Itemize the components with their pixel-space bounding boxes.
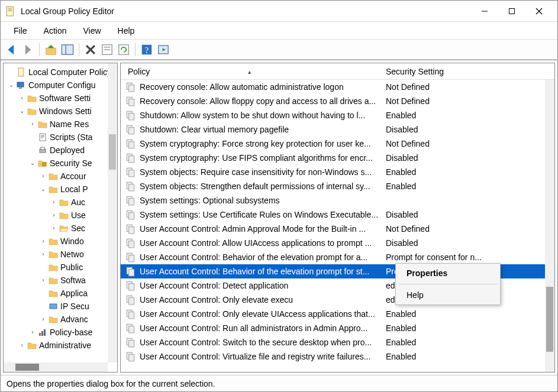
tree-item[interactable]: Deployed	[5, 144, 117, 157]
tree-item[interactable]: ›Sec	[5, 222, 117, 235]
policy-row[interactable]: User Account Control: Run all administra…	[121, 321, 554, 335]
chevron-down-icon[interactable]: ⌄	[28, 159, 37, 167]
delete-button[interactable]	[83, 43, 98, 57]
tree-item[interactable]: Applica	[5, 287, 117, 300]
policy-row[interactable]: Shutdown: Allow system to be shut down w…	[121, 108, 554, 122]
policy-row[interactable]: User Account Control: Behavior of the el…	[121, 250, 554, 264]
tree-item[interactable]: ⌄Computer Configu	[5, 79, 117, 92]
svg-rect-27	[50, 304, 57, 309]
tree-item[interactable]: Local Computer Policy	[5, 66, 117, 79]
menu-file[interactable]: File	[5, 24, 36, 38]
column-header-setting[interactable]: Security Setting	[382, 67, 554, 76]
policy-row[interactable]: System objects: Strengthen default permi…	[121, 179, 554, 193]
tree-item[interactable]: ›Windo	[5, 235, 117, 248]
chevron-right-icon[interactable]: ›	[39, 172, 47, 180]
tree-vertical-scrollbar[interactable]	[108, 63, 117, 362]
policy-icon	[125, 337, 136, 348]
tree-item-label: Windo	[60, 235, 84, 248]
chevron-right-icon[interactable]: ›	[28, 328, 37, 336]
chevron-down-icon[interactable]: ⌄	[7, 81, 15, 89]
folder-icon	[49, 289, 58, 298]
tree-item[interactable]: IP Secu	[5, 300, 117, 313]
chevron-right-icon[interactable]: ›	[18, 341, 26, 349]
minimize-button[interactable]	[471, 2, 498, 21]
chevron-right-icon[interactable]: ›	[39, 276, 47, 284]
policy-row[interactable]: System settings: Optional subsystems	[121, 193, 554, 208]
chevron-right-icon[interactable]: ›	[39, 315, 47, 323]
chevron-down-icon[interactable]: ⌄	[18, 107, 26, 115]
up-button[interactable]	[44, 43, 58, 57]
chevron-right-icon[interactable]: ›	[39, 250, 47, 258]
tree-item[interactable]: Public	[5, 261, 117, 274]
chevron-right-icon[interactable]: ›	[18, 94, 26, 102]
tree-item[interactable]: ›Softwa	[5, 274, 117, 287]
export-button[interactable]	[156, 43, 170, 57]
policy-name: System settings: Use Certificate Rules o…	[140, 210, 382, 219]
tree-item[interactable]: ›Name Res	[5, 118, 117, 131]
tree-item[interactable]: ›Advanc	[5, 313, 117, 326]
policy-row[interactable]: System settings: Use Certificate Rules o…	[121, 208, 554, 222]
tree-pane[interactable]: Local Computer Policy⌄Computer Configu›S…	[3, 63, 118, 372]
chevron-right-icon[interactable]: ›	[50, 211, 58, 219]
chevron-right-icon[interactable]: ›	[39, 237, 47, 245]
doc-icon	[17, 67, 26, 77]
tree-item[interactable]: ›Policy-base	[5, 326, 117, 339]
policy-row[interactable]: System objects: Require case insensitivi…	[121, 165, 554, 179]
menu-view[interactable]: View	[75, 24, 109, 38]
tree-item[interactable]: ⌄Security Se	[5, 157, 117, 170]
policy-row[interactable]: User Account Control: Switch to the secu…	[121, 335, 554, 349]
tree-item[interactable]: ›Accour	[5, 170, 117, 183]
help-button[interactable]: ?	[140, 43, 154, 57]
tree-item[interactable]: ⌄Windows Setti	[5, 105, 117, 118]
tree-item[interactable]: ›Software Setti	[5, 92, 117, 105]
list-vertical-scrollbar[interactable]	[545, 80, 554, 372]
folder-open-icon	[59, 223, 69, 233]
policy-row[interactable]: System cryptography: Use FIPS compliant …	[121, 151, 554, 165]
tree-item[interactable]: ›Administrative	[5, 339, 117, 352]
menu-help[interactable]: Help	[109, 24, 143, 38]
chevron-down-icon[interactable]: ⌄	[39, 185, 47, 193]
policy-row[interactable]: User Account Control: Allow UIAccess app…	[121, 236, 554, 250]
toolbar-separator	[135, 43, 136, 56]
tree-item[interactable]: ›Use	[5, 209, 117, 222]
chevron-right-icon[interactable]: ›	[28, 120, 37, 128]
maximize-button[interactable]	[498, 2, 525, 21]
close-button[interactable]	[525, 2, 553, 21]
tree-item[interactable]: Scripts (Sta	[5, 131, 117, 144]
tree-item[interactable]: ›Netwo	[5, 248, 117, 261]
properties-button[interactable]	[100, 43, 114, 57]
policy-setting: Enabled	[382, 111, 554, 120]
column-header-policy[interactable]: Policy ▲	[125, 67, 382, 76]
menu-action[interactable]: Action	[36, 24, 75, 38]
policy-row[interactable]: User Account Control: Admin Approval Mod…	[121, 222, 554, 236]
folder-icon	[59, 197, 69, 207]
show-hide-tree-button[interactable]	[60, 43, 75, 57]
tree-item-label: Windows Setti	[39, 105, 92, 118]
policy-row[interactable]: Recovery console: Allow automatic admini…	[121, 80, 554, 94]
list-body[interactable]: Recovery console: Allow automatic admini…	[121, 80, 554, 372]
policy-setting: Disabled	[382, 210, 554, 219]
forward-button[interactable]	[21, 43, 35, 57]
svg-rect-20	[18, 68, 24, 76]
policy-row[interactable]: Shutdown: Clear virtual memory pagefileD…	[121, 122, 554, 137]
chevron-right-icon[interactable]: ›	[50, 224, 58, 232]
tree-item[interactable]: ⌄Local P	[5, 183, 117, 196]
svg-rect-64	[129, 312, 134, 319]
tree-horizontal-scrollbar[interactable]	[4, 362, 108, 372]
folder-icon	[27, 106, 37, 116]
context-menu-properties[interactable]: Properties	[396, 264, 500, 283]
policy-row[interactable]: User Account Control: Only elevate UIAcc…	[121, 307, 554, 321]
back-button[interactable]	[4, 43, 18, 57]
toolbar: ?	[1, 40, 557, 60]
policy-row[interactable]: System cryptography: Force strong key pr…	[121, 137, 554, 151]
context-menu: Properties Help	[395, 263, 501, 305]
policy-row[interactable]: User Account Control: Virtualize file an…	[121, 349, 554, 364]
titlebar[interactable]: Local Group Policy Editor	[1, 1, 557, 22]
policy-row[interactable]: Recovery console: Allow floppy copy and …	[121, 94, 554, 108]
refresh-button[interactable]	[117, 43, 131, 57]
svg-rect-21	[17, 82, 24, 87]
chevron-right-icon[interactable]: ›	[50, 198, 58, 206]
context-menu-help[interactable]: Help	[396, 286, 500, 304]
svg-rect-44	[129, 170, 134, 177]
tree-item[interactable]: ›Auc	[5, 196, 117, 209]
